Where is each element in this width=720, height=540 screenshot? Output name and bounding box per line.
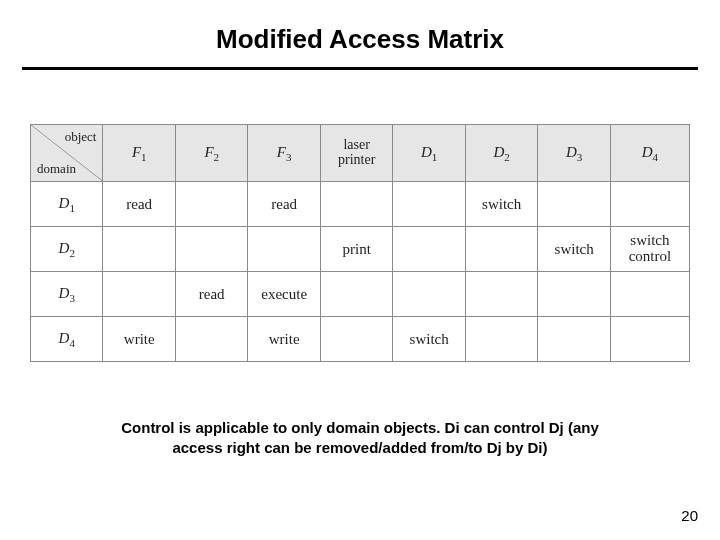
caption-line1: Control is applicable to only domain obj…: [121, 419, 599, 436]
table-row: D2 print switch switchcontrol: [31, 227, 690, 272]
cell: [393, 182, 465, 227]
slide-title: Modified Access Matrix: [0, 0, 720, 67]
cell: write: [248, 317, 320, 362]
cell: [320, 272, 392, 317]
cell: [465, 227, 537, 272]
row-header-d1: D1: [31, 182, 103, 227]
cell: [610, 272, 689, 317]
cell: read: [103, 182, 175, 227]
title-underline: [22, 67, 698, 70]
cell: [103, 227, 175, 272]
cell: print: [320, 227, 392, 272]
cell: read: [175, 272, 247, 317]
caption: Control is applicable to only domain obj…: [60, 418, 660, 459]
corner-domain-label: domain: [37, 161, 76, 177]
row-header-d2: D2: [31, 227, 103, 272]
cell: [610, 182, 689, 227]
cell: [465, 317, 537, 362]
cell: [538, 272, 610, 317]
col-header-d4: D4: [610, 125, 689, 182]
matrix-table-wrap: object domain F1 F2 F3 laserprinter D1 D…: [30, 124, 690, 362]
cell: [175, 227, 247, 272]
matrix-body: D1 read read switch D2 print: [31, 182, 690, 362]
cell: [175, 182, 247, 227]
cell: switchcontrol: [610, 227, 689, 272]
corner-object-label: object: [65, 129, 97, 145]
header-row: object domain F1 F2 F3 laserprinter D1 D…: [31, 125, 690, 182]
cell: switch: [465, 182, 537, 227]
cell: [248, 227, 320, 272]
cell: [610, 317, 689, 362]
cell: [393, 227, 465, 272]
table-row: D1 read read switch: [31, 182, 690, 227]
cell: [175, 317, 247, 362]
cell: read: [248, 182, 320, 227]
table-row: D3 read execute: [31, 272, 690, 317]
cell: [320, 317, 392, 362]
cell: [538, 182, 610, 227]
cell: [465, 272, 537, 317]
slide: Modified Access Matrix object domain F1: [0, 0, 720, 540]
cell: execute: [248, 272, 320, 317]
col-header-f2: F2: [175, 125, 247, 182]
corner-cell: object domain: [31, 125, 103, 182]
caption-line2: access right can be removed/added from/t…: [172, 439, 547, 456]
cell: [103, 272, 175, 317]
row-header-d3: D3: [31, 272, 103, 317]
cell: [320, 182, 392, 227]
col-header-d2: D2: [465, 125, 537, 182]
col-header-f1: F1: [103, 125, 175, 182]
cell: [538, 317, 610, 362]
col-header-d1: D1: [393, 125, 465, 182]
row-header-d4: D4: [31, 317, 103, 362]
col-header-d3: D3: [538, 125, 610, 182]
cell: switch: [393, 317, 465, 362]
cell: switch: [538, 227, 610, 272]
cell: write: [103, 317, 175, 362]
col-header-f3: F3: [248, 125, 320, 182]
col-header-laser-printer: laserprinter: [320, 125, 392, 182]
table-row: D4 write write switch: [31, 317, 690, 362]
cell: [393, 272, 465, 317]
access-matrix-table: object domain F1 F2 F3 laserprinter D1 D…: [30, 124, 690, 362]
page-number: 20: [681, 507, 698, 524]
